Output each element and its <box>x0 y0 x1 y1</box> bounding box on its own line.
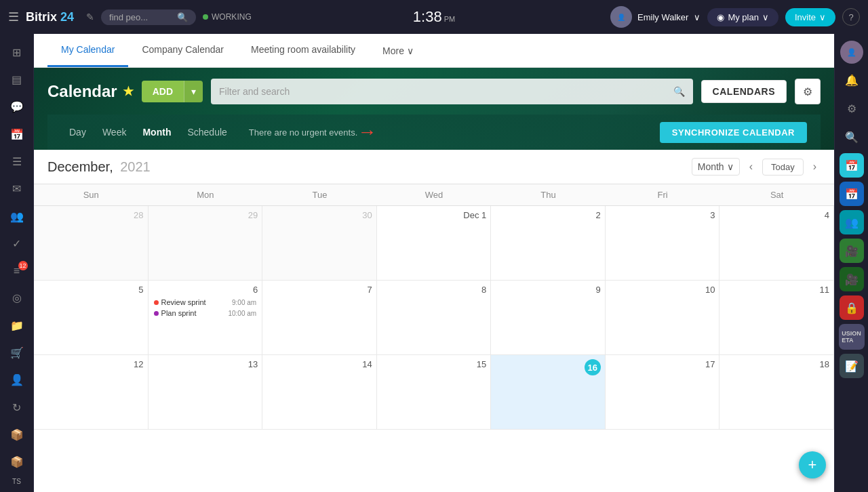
cal-cell-dec15[interactable]: 15 <box>377 355 492 430</box>
sidebar-icon-folder[interactable]: 📁 <box>5 314 29 337</box>
right-icon-search[interactable]: 🔍 <box>840 125 864 149</box>
filter-placeholder: Filter and search <box>219 86 290 97</box>
add-dropdown-button[interactable]: ▾ <box>184 81 203 102</box>
cal-cell-dec11[interactable]: 11 <box>719 281 834 355</box>
calendar-header: Calendar ★ ADD ▾ Filter and search 🔍 CAL… <box>34 68 834 150</box>
calendar-week-1: 28 29 30 Dec 1 2 3 4 <box>34 206 834 281</box>
view-day-button[interactable]: Day <box>61 123 94 141</box>
event-review-sprint[interactable]: Review sprint 9:00 am <box>153 298 258 307</box>
sidebar-icon-menu[interactable]: ≡ 12 <box>5 260 29 283</box>
search-bar[interactable]: find peo... 🔍 <box>101 9 196 25</box>
cal-cell-dec6[interactable]: 6 Review sprint 9:00 am Plan sprint 10:0… <box>149 281 263 355</box>
ts-label: TS <box>12 478 21 485</box>
right-icon-settings[interactable]: ⚙ <box>840 96 864 121</box>
help-icon[interactable]: ? <box>842 8 860 26</box>
more-label: More <box>382 45 404 56</box>
cal-cell-dec1[interactable]: Dec 1 <box>377 206 492 281</box>
filter-search-icon[interactable]: 🔍 <box>673 86 685 97</box>
next-month-button[interactable]: › <box>809 159 821 174</box>
sidebar-icon-home[interactable]: ⊞ <box>5 41 29 64</box>
search-text: find peo... <box>109 12 148 22</box>
view-schedule-button[interactable]: Schedule <box>179 123 235 141</box>
view-controls: Day Week Month Schedule There are no urg… <box>47 115 821 150</box>
today-button[interactable]: Today <box>762 159 804 176</box>
cal-cell-dec17[interactable]: 17 <box>606 355 720 430</box>
right-icon-video2[interactable]: 🎥 <box>840 267 864 291</box>
sidebar-icon-box2[interactable]: 📦 <box>5 451 29 474</box>
right-icon-calendar2[interactable]: 📅 <box>840 182 864 206</box>
right-user-avatar[interactable]: 👤 <box>840 41 863 64</box>
day-header-sat: Sat <box>719 184 834 205</box>
sidebar-icon-mail[interactable]: ✉ <box>5 178 29 201</box>
sync-calendar-button[interactable]: SYNCHRONIZE CALENDAR <box>660 122 807 143</box>
cal-cell-nov28[interactable]: 28 <box>34 206 149 281</box>
cal-cell-dec8[interactable]: 8 <box>377 281 492 355</box>
prev-month-button[interactable]: ‹ <box>745 159 757 174</box>
tab-my-calendar[interactable]: My Calendar <box>47 34 128 67</box>
nav-right: 👤 Emily Walker ∨ ◉ My plan ∨ Invite ∨ ? <box>610 6 860 28</box>
cal-cell-dec9[interactable]: 9 <box>491 281 606 355</box>
sidebar-icon-check[interactable]: ✓ <box>5 232 29 255</box>
cal-cell-dec10[interactable]: 10 <box>606 281 720 355</box>
cal-cell-dec7[interactable]: 7 <box>262 281 377 355</box>
right-icon-usion[interactable]: USIONETA <box>839 324 865 350</box>
edit-icon[interactable]: ✎ <box>86 12 94 22</box>
invite-button[interactable]: Invite ∨ <box>785 8 835 26</box>
cal-cell-nov30[interactable]: 30 <box>262 206 377 281</box>
event-plan-sprint[interactable]: Plan sprint 10:00 am <box>153 308 258 318</box>
calendar-week-3: 12 13 14 15 16 17 18 <box>34 355 834 430</box>
sidebar-icon-chat[interactable]: 💬 <box>5 96 29 119</box>
cal-cell-dec13[interactable]: 13 <box>149 355 263 430</box>
sidebar-icon-sync[interactable]: ↻ <box>5 396 29 419</box>
star-icon[interactable]: ★ <box>123 84 134 99</box>
month-selector[interactable]: Month ∨ <box>692 158 740 176</box>
view-week-button[interactable]: Week <box>94 123 135 141</box>
cal-cell-dec12[interactable]: 12 <box>34 355 149 430</box>
tab-meeting-room[interactable]: Meeting room availability <box>237 34 369 67</box>
right-icon-notifications[interactable]: 🔔 <box>840 68 864 92</box>
view-month-button[interactable]: Month <box>134 123 179 141</box>
calendar-week-2: 5 6 Review sprint 9:00 am Plan sprint 10… <box>34 281 834 355</box>
calendars-button[interactable]: CALENDARS <box>701 80 787 103</box>
add-button[interactable]: ADD <box>142 81 184 102</box>
right-icon-lock[interactable]: 🔒 <box>840 295 864 320</box>
cal-cell-dec3[interactable]: 3 <box>606 206 720 281</box>
sidebar-icon-target[interactable]: ◎ <box>5 287 29 310</box>
cal-cell-dec2[interactable]: 2 <box>491 206 606 281</box>
month-selector-chevron: ∨ <box>727 161 734 172</box>
hamburger-icon[interactable]: ☰ <box>8 9 19 24</box>
right-icon-people[interactable]: 👥 <box>840 210 864 234</box>
my-plan-button[interactable]: ◉ My plan ∨ <box>707 8 778 26</box>
cal-cell-dec5[interactable]: 5 <box>34 281 149 355</box>
sidebar-icon-cart[interactable]: 🛒 <box>5 341 29 364</box>
right-icon-doc[interactable]: 📝 <box>840 354 864 378</box>
settings-button[interactable]: ⚙ <box>795 79 821 104</box>
nav-controls: Month ∨ ‹ Today › <box>692 158 821 176</box>
add-button-group: ADD ▾ <box>142 81 203 102</box>
right-icon-video1[interactable]: 🎥 <box>840 239 864 263</box>
invite-label: Invite <box>795 12 816 22</box>
plan-chevron: ∨ <box>762 12 769 22</box>
app-logo: Bitrix 24 <box>26 10 74 24</box>
calendar-title-text: Calendar <box>47 82 117 101</box>
tab-more[interactable]: More ∨ <box>369 34 427 67</box>
cal-cell-dec16-today[interactable]: 16 <box>491 355 606 430</box>
sidebar-icon-contacts[interactable]: 👤 <box>5 369 29 392</box>
sidebar-icon-people[interactable]: 👥 <box>5 205 29 228</box>
notification-badge: 12 <box>18 261 28 270</box>
topnav: ☰ Bitrix 24 ✎ find peo... 🔍 1:38 PM WORK… <box>0 0 868 34</box>
sidebar-icon-tasks[interactable]: ☰ <box>5 150 29 173</box>
day-header-fri: Fri <box>606 184 720 205</box>
sidebar-icon-calendar[interactable]: 📅 <box>5 123 29 146</box>
tab-company-calendar[interactable]: Company Calendar <box>128 34 237 67</box>
cal-cell-dec4[interactable]: 4 <box>719 206 834 281</box>
fab-button[interactable]: + <box>799 451 826 478</box>
cal-cell-dec14[interactable]: 14 <box>262 355 377 430</box>
sidebar-icon-box1[interactable]: 📦 <box>5 423 29 446</box>
cal-cell-dec18[interactable]: 18 <box>719 355 834 430</box>
cal-cell-nov29[interactable]: 29 <box>149 206 263 281</box>
sidebar-icon-dashboard[interactable]: ▤ <box>5 68 29 91</box>
working-dot <box>203 14 208 20</box>
user-info[interactable]: 👤 Emily Walker ∨ <box>610 6 701 28</box>
right-icon-calendar[interactable]: 📅 <box>840 153 864 178</box>
